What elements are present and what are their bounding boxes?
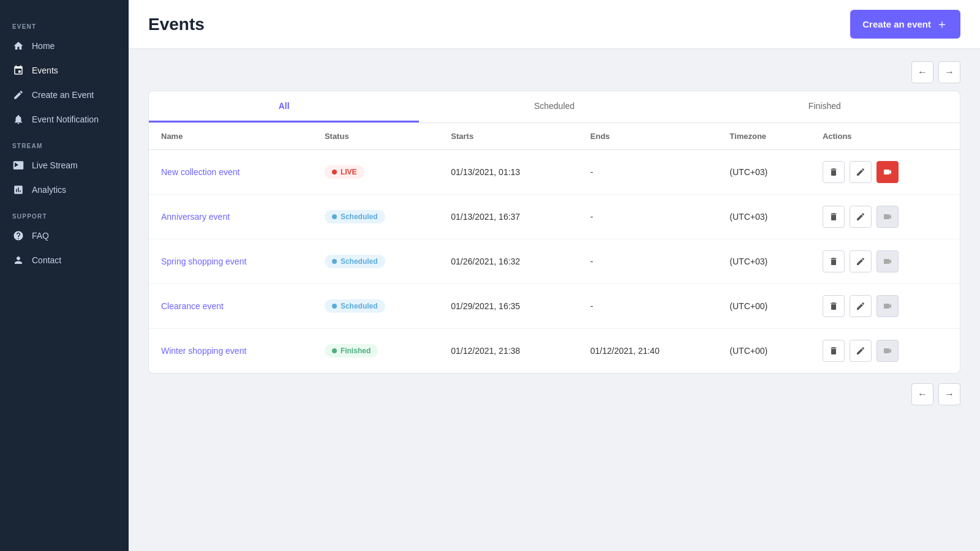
event-actions-cell xyxy=(810,329,960,373)
sidebar-item-home[interactable]: Home xyxy=(0,34,129,58)
plus-icon: ＋ xyxy=(936,16,948,32)
sidebar-item-label-events: Events xyxy=(32,66,58,75)
sidebar-item-contact[interactable]: Contact xyxy=(0,248,129,272)
home-icon xyxy=(12,40,24,52)
sidebar-section-support: SUPPORT FAQ Contact xyxy=(0,202,129,272)
delete-button[interactable] xyxy=(823,161,845,183)
sidebar-section-label-event: EVENT xyxy=(0,12,129,34)
event-name-link[interactable]: Winter shopping event xyxy=(161,346,246,356)
event-timezone-cell: (UTC+00) xyxy=(717,284,810,329)
sidebar-section-label-stream: STREAM xyxy=(0,132,129,153)
sidebar-item-label-create-event: Create an Event xyxy=(32,90,94,100)
event-timezone-cell: (UTC+03) xyxy=(717,239,810,284)
event-starts-cell: 01/29/2021, 16:35 xyxy=(439,284,578,329)
event-ends-cell: - xyxy=(578,150,718,195)
video-button xyxy=(876,206,899,228)
table-row: Winter shopping eventFinished01/12/2021,… xyxy=(149,329,960,373)
event-name-cell: New collection event xyxy=(149,150,312,195)
action-buttons xyxy=(823,340,948,362)
tab-all[interactable]: All xyxy=(149,91,419,122)
bell-icon xyxy=(12,113,24,126)
create-event-label: Create an event xyxy=(862,19,931,29)
status-dot xyxy=(332,259,337,264)
col-header-name: Name xyxy=(149,123,312,150)
event-name-link[interactable]: New collection event xyxy=(161,167,239,177)
event-ends-cell: - xyxy=(578,284,718,329)
event-starts-cell: 01/12/2021, 21:38 xyxy=(439,329,578,373)
prev-page-button-top[interactable]: ← xyxy=(911,61,933,83)
video-button xyxy=(876,250,899,272)
topbar: Events Create an event ＋ xyxy=(129,0,980,49)
sidebar-item-label-analytics: Analytics xyxy=(32,185,66,195)
event-actions-cell xyxy=(810,239,960,284)
contact-icon xyxy=(12,254,24,266)
sidebar-section-label-support: SUPPORT xyxy=(0,202,129,223)
delete-button[interactable] xyxy=(823,340,845,362)
sidebar-item-create-event[interactable]: Create an Event xyxy=(0,83,129,107)
col-header-timezone: Timezone xyxy=(717,123,810,150)
event-starts-cell: 01/13/2021, 16:37 xyxy=(439,195,578,239)
status-dot xyxy=(332,304,337,309)
pagination-top: ← → xyxy=(148,61,960,83)
col-header-actions: Actions xyxy=(810,123,960,150)
delete-button[interactable] xyxy=(823,295,845,317)
next-page-button-top[interactable]: → xyxy=(938,61,960,83)
edit-button[interactable] xyxy=(850,161,872,183)
event-name-link[interactable]: Spring shopping event xyxy=(161,257,246,266)
sidebar-item-analytics[interactable]: Analytics xyxy=(0,178,129,202)
status-badge: Scheduled xyxy=(325,210,385,223)
table-row: Clearance eventScheduled01/29/2021, 16:3… xyxy=(149,284,960,329)
edit-button[interactable] xyxy=(850,295,872,317)
create-event-button[interactable]: Create an event ＋ xyxy=(850,10,960,39)
status-dot xyxy=(332,170,337,174)
event-actions-cell xyxy=(810,150,960,195)
delete-button[interactable] xyxy=(823,206,845,228)
table-row: New collection eventLIVE01/13/2021, 01:1… xyxy=(149,150,960,195)
sidebar-item-label-live-stream: Live Stream xyxy=(32,160,78,170)
delete-button[interactable] xyxy=(823,250,845,272)
table-row: Anniversary eventScheduled01/13/2021, 16… xyxy=(149,195,960,239)
event-name-cell: Clearance event xyxy=(149,284,312,329)
status-dot xyxy=(332,214,337,219)
action-buttons xyxy=(823,206,948,228)
status-badge: Finished xyxy=(325,344,378,358)
sidebar-item-event-notification[interactable]: Event Notification xyxy=(0,107,129,132)
status-badge: Scheduled xyxy=(325,299,385,313)
action-buttons xyxy=(823,295,948,317)
col-header-status: Status xyxy=(312,123,439,150)
sidebar-item-label-faq: FAQ xyxy=(32,231,49,241)
edit-button[interactable] xyxy=(850,206,872,228)
prev-page-button-bottom[interactable]: ← xyxy=(911,383,933,405)
edit-button[interactable] xyxy=(850,250,872,272)
tab-scheduled[interactable]: Scheduled xyxy=(419,91,689,122)
faq-icon xyxy=(12,230,24,242)
livestream-icon xyxy=(12,159,24,171)
sidebar-section-event: EVENT Home Events Create an Event Event … xyxy=(0,12,129,132)
sidebar-item-label-home: Home xyxy=(32,41,55,51)
event-status-cell: Scheduled xyxy=(312,284,439,329)
tabs-bar: All Scheduled Finished xyxy=(149,91,960,123)
event-name-link[interactable]: Anniversary event xyxy=(161,212,230,222)
next-page-button-bottom[interactable]: → xyxy=(938,383,960,405)
events-table-card: All Scheduled Finished Name Status Start… xyxy=(148,91,960,373)
video-button[interactable] xyxy=(876,161,899,183)
sidebar-item-live-stream[interactable]: Live Stream xyxy=(0,153,129,178)
event-timezone-cell: (UTC+00) xyxy=(717,329,810,373)
page-title: Events xyxy=(148,15,205,34)
event-name-cell: Winter shopping event xyxy=(149,329,312,373)
event-actions-cell xyxy=(810,195,960,239)
event-actions-cell xyxy=(810,284,960,329)
main-content: Events Create an event ＋ ← → All Schedul… xyxy=(129,0,980,551)
tab-finished[interactable]: Finished xyxy=(690,91,960,122)
sidebar-item-faq[interactable]: FAQ xyxy=(0,223,129,248)
video-button xyxy=(876,340,899,362)
edit-button[interactable] xyxy=(850,340,872,362)
status-badge: Scheduled xyxy=(325,255,385,268)
sidebar-item-events[interactable]: Events xyxy=(0,58,129,83)
video-button xyxy=(876,295,899,317)
status-dot xyxy=(332,348,337,353)
event-name-link[interactable]: Clearance event xyxy=(161,301,224,311)
action-buttons xyxy=(823,250,948,272)
col-header-ends: Ends xyxy=(578,123,718,150)
event-name-cell: Anniversary event xyxy=(149,195,312,239)
